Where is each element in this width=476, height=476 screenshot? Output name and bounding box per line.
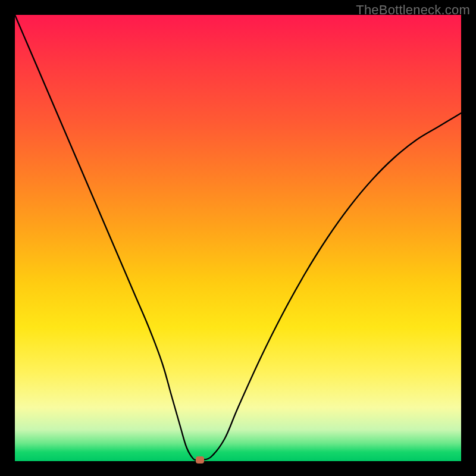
plot-area — [15, 15, 461, 461]
watermark-text: TheBottleneck.com — [356, 2, 470, 18]
bottleneck-curve — [15, 15, 461, 461]
min-point-marker — [196, 456, 204, 464]
chart-frame: TheBottleneck.com — [0, 0, 476, 476]
